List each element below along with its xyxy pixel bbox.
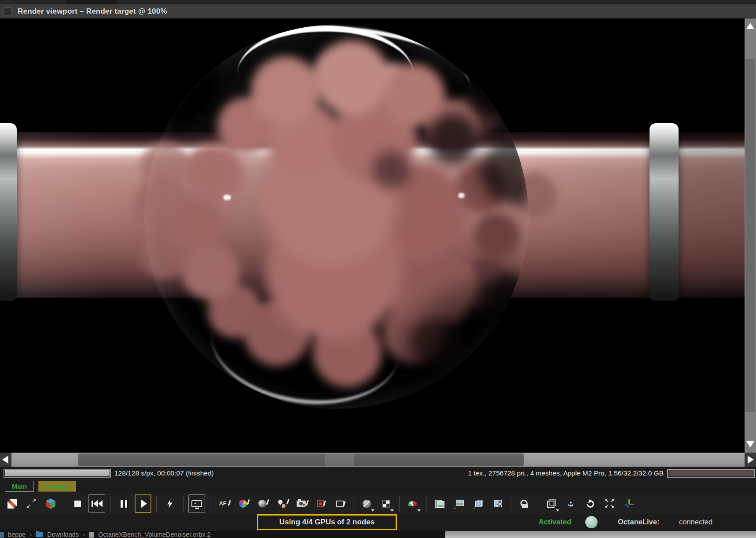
image-checker-icon xyxy=(494,500,502,507)
horizontal-scrollbar-track[interactable] xyxy=(11,453,745,467)
play-icon xyxy=(141,499,147,508)
toolbar-separator xyxy=(210,496,210,512)
object-picker-button[interactable] xyxy=(273,494,290,513)
folder-icon xyxy=(36,532,43,537)
octanelive-label: OctaneLive: xyxy=(618,518,659,526)
restart-render-button[interactable] xyxy=(88,494,105,513)
force-restart-button[interactable] xyxy=(161,494,178,513)
move-gizmo-button[interactable]: ↔↕ xyxy=(562,494,579,513)
path-item-downloads[interactable]: Downloads xyxy=(47,531,79,538)
save-image-icon: ↓ xyxy=(454,500,464,508)
path-chevron-icon: › xyxy=(29,531,32,538)
gpu-status-highlight: Using 4/4 GPUs of 2 nodes xyxy=(257,514,397,530)
rotate-gizmo-button[interactable] xyxy=(582,494,598,513)
autofocus-icon: AF xyxy=(219,501,228,507)
dropdown-caret-icon xyxy=(390,509,394,512)
tab-main[interactable]: Main xyxy=(5,481,34,492)
specular-dot xyxy=(223,195,231,200)
render-toolbar: ↗↙ ↲ AF ↓ ↓ ↔↕ ↖↗↙↘ xyxy=(0,493,756,514)
octanelive-globe-icon xyxy=(585,516,598,528)
tube-end-ring-right xyxy=(650,123,679,301)
layers-icon: ↓ xyxy=(473,500,483,508)
render-region-picker-button[interactable] xyxy=(312,494,329,513)
picker-pen-icon xyxy=(247,499,250,505)
viewport-display-button[interactable]: ↲ xyxy=(188,494,205,513)
resume-render-button[interactable] xyxy=(135,494,151,513)
lightning-icon xyxy=(167,499,173,508)
path-item-user[interactable]: beppe xyxy=(8,531,26,538)
viewport-titlebar: Render viewport – Render target @ 100% xyxy=(0,4,756,18)
dropdown-caret-icon xyxy=(556,509,559,512)
finder-window-edge xyxy=(445,531,756,538)
toolbar-separator xyxy=(353,496,353,512)
film-region-icon xyxy=(336,501,344,507)
horizontal-scrollbar[interactable] xyxy=(0,453,756,467)
path-item-file[interactable]: OctaneXBench_VolumeDenoiser.orbx 2 xyxy=(98,531,211,538)
copy-image-icon xyxy=(435,500,444,508)
scroll-left-arrow-icon xyxy=(2,456,8,464)
autofocus-picker-button[interactable]: AF xyxy=(215,494,232,513)
rgb-cube-icon xyxy=(46,498,55,509)
scale-gizmo-button[interactable]: ↖↗↙↘ xyxy=(601,494,618,513)
copy-image-button[interactable] xyxy=(431,494,448,513)
render-progress-text: 128/128 s/px, 00:00:07 (finished) xyxy=(114,469,214,477)
save-passes-button[interactable]: ↓ xyxy=(470,494,487,513)
color-wheel-icon xyxy=(239,500,247,508)
render-target-tabs: Main DeMain xyxy=(0,480,756,493)
stop-icon xyxy=(74,501,81,507)
top-sliver-notch xyxy=(66,0,117,4)
camera-icon xyxy=(297,501,306,507)
horizontal-scrollbar-thumb[interactable] xyxy=(78,453,524,466)
move-arrows-icon: ↔↕ xyxy=(565,498,576,509)
background-sphere-icon xyxy=(363,500,371,508)
save-alpha-button[interactable] xyxy=(489,494,506,513)
camera-target-picker-button[interactable] xyxy=(293,494,309,513)
vertical-scrollbar[interactable] xyxy=(745,18,756,453)
octane-render-window: Render viewport – Render target @ 100% xyxy=(0,0,756,538)
scroll-up-arrow-icon[interactable] xyxy=(746,23,754,29)
file-icon xyxy=(89,532,94,538)
save-image-button[interactable]: ↓ xyxy=(451,494,467,513)
toolbar-separator xyxy=(511,496,511,512)
background-mode-button[interactable] xyxy=(358,494,375,513)
red-region-icon xyxy=(317,500,324,507)
monitor-icon: ↲ xyxy=(191,500,202,507)
sphere-top-highlight-core xyxy=(237,26,413,122)
stop-render-button[interactable] xyxy=(69,494,86,513)
film-region-picker-button[interactable] xyxy=(331,494,348,513)
picker-pen-icon xyxy=(343,501,346,506)
tab-demain[interactable]: DeMain xyxy=(38,481,76,492)
scroll-left-button[interactable] xyxy=(0,453,11,467)
picker-pen-icon xyxy=(306,500,309,505)
render-viewport[interactable] xyxy=(0,18,756,453)
lock-resolution-button[interactable] xyxy=(516,494,533,513)
render-priority-button[interactable] xyxy=(404,494,421,513)
dropdown-caret-icon xyxy=(417,509,421,512)
fit-render-button[interactable]: ↗↙ xyxy=(23,494,40,513)
material-picker-button[interactable] xyxy=(254,494,271,513)
tube-end-ring-left xyxy=(0,123,17,301)
toolbar-separator xyxy=(64,496,64,512)
scroll-right-button[interactable] xyxy=(745,453,756,467)
render-progress-bar xyxy=(4,469,111,478)
pick-mode-button[interactable] xyxy=(543,494,560,513)
render-passes-button[interactable] xyxy=(42,494,59,513)
pause-icon xyxy=(121,500,127,508)
gpu-status-row: Using 4/4 GPUs of 2 nodes Activated Octa… xyxy=(0,514,756,531)
world-axes-button[interactable] xyxy=(620,494,637,513)
gpu-status-text: Using 4/4 GPUs of 2 nodes xyxy=(279,518,374,527)
scroll-down-arrow-icon[interactable] xyxy=(746,441,754,447)
memory-bar xyxy=(667,469,755,478)
dropdown-caret-icon xyxy=(371,509,374,512)
open-padlock-icon xyxy=(521,500,528,508)
vertical-scrollbar-thumb[interactable] xyxy=(745,59,755,412)
alpha-toggle-button[interactable] xyxy=(378,494,394,513)
top-sliver xyxy=(0,0,756,4)
glass-sphere xyxy=(144,24,529,409)
specular-dot xyxy=(458,193,465,198)
white-balance-picker-button[interactable] xyxy=(235,494,251,513)
recenter-render-button[interactable] xyxy=(4,494,20,513)
viewport-checkbox[interactable] xyxy=(4,7,12,15)
pause-render-button[interactable] xyxy=(115,494,132,513)
toolbar-separator xyxy=(183,496,183,512)
